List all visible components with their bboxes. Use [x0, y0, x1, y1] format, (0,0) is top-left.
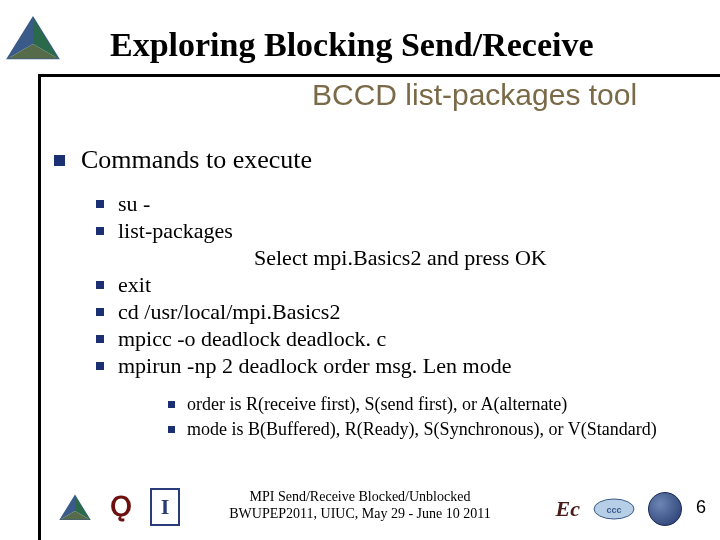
square-bullet-icon — [54, 155, 65, 166]
bullet-text: mpicc -o deadlock deadlock. c — [118, 326, 700, 352]
bullet-level1: Commands to execute — [54, 145, 700, 175]
title-rule-horizontal — [38, 74, 720, 77]
title-rule-vertical — [38, 74, 41, 540]
footer-line2: BWUPEP2011, UIUC, May 29 - June 10 2011 — [0, 506, 720, 523]
bullet-level2: cd /usr/local/mpi.Basics2 — [96, 299, 700, 325]
bullet-level2: mpicc -o deadlock deadlock. c — [96, 326, 700, 352]
slide: Exploring Blocking Send/Receive BCCD lis… — [0, 0, 720, 540]
bullet-text: mode is B(Buffered), R(Ready), S(Synchro… — [187, 419, 700, 440]
page-number: 6 — [696, 497, 706, 518]
bullet-text: order is R(receive first), S(send first)… — [187, 394, 700, 415]
bullet-level2-continuation: Select mpi.Basics2 and press OK — [254, 245, 700, 271]
square-bullet-icon — [96, 335, 104, 343]
square-bullet-icon — [168, 426, 175, 433]
bullet-level2: exit — [96, 272, 700, 298]
bullet-text: exit — [118, 272, 700, 298]
bullet-level2: su - — [96, 191, 700, 217]
square-bullet-icon — [96, 227, 104, 235]
footer-text: MPI Send/Receive Blocked/Unblocked BWUPE… — [0, 489, 720, 523]
bullet-text: cd /usr/local/mpi.Basics2 — [118, 299, 700, 325]
footer-line1: MPI Send/Receive Blocked/Unblocked — [0, 489, 720, 506]
bullet-level3: mode is B(Buffered), R(Ready), S(Synchro… — [168, 419, 700, 440]
slide-title: Exploring Blocking Send/Receive — [110, 26, 700, 64]
square-bullet-icon — [96, 200, 104, 208]
square-bullet-icon — [96, 281, 104, 289]
slide-subtitle: BCCD list-packages tool — [312, 78, 702, 112]
bullet-level2: list-packages — [96, 218, 700, 244]
content-area: Commands to execute su - list-packages S… — [54, 145, 700, 444]
bullet-text: su - — [118, 191, 700, 217]
bullet-level3: order is R(receive first), S(send first)… — [168, 394, 700, 415]
bullet-text: list-packages — [118, 218, 700, 244]
bullet-text: Commands to execute — [81, 145, 700, 175]
bullet-text: mpirun -np 2 deadlock order msg. Len mod… — [118, 353, 700, 379]
square-bullet-icon — [96, 362, 104, 370]
bullet-level2: mpirun -np 2 deadlock order msg. Len mod… — [96, 353, 700, 379]
square-bullet-icon — [96, 308, 104, 316]
square-bullet-icon — [168, 401, 175, 408]
logo-triangle-large — [4, 12, 62, 64]
